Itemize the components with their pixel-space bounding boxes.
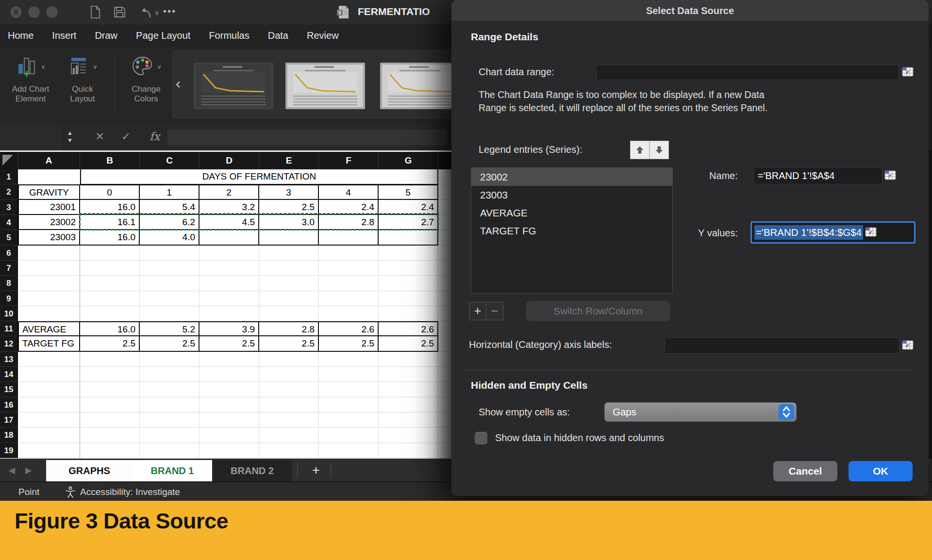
cell-G3[interactable]: 2.4 — [379, 200, 438, 215]
column-header-F[interactable]: F — [319, 152, 379, 169]
cell-C3[interactable]: 5.4 — [140, 200, 200, 215]
show-empty-cells-select[interactable]: Gaps — [604, 402, 797, 422]
undo-menu-chevron-icon[interactable]: ∨ — [154, 9, 159, 16]
row-header-5[interactable]: 5 — [0, 230, 18, 245]
cell-G14[interactable] — [379, 367, 438, 382]
cell-A3[interactable]: 23001 — [18, 200, 80, 215]
cell-D16[interactable] — [200, 397, 259, 412]
column-header-G[interactable]: G — [379, 152, 438, 169]
cell-E17[interactable] — [259, 412, 319, 428]
cell-B19[interactable] — [80, 443, 140, 458]
change-colors-button[interactable]: ∨ ChangeColors — [119, 51, 173, 104]
series-item-average[interactable]: AVERAGE — [471, 204, 672, 222]
cell-A2[interactable]: GRAVITY — [18, 184, 80, 199]
cell-A4[interactable]: 23002 — [18, 215, 80, 230]
ok-button[interactable]: OK — [849, 461, 913, 481]
cell-C7[interactable] — [140, 261, 200, 276]
cell-B10[interactable] — [80, 306, 140, 321]
chart-style-thumbnail[interactable] — [285, 63, 365, 109]
name-box[interactable] — [0, 124, 64, 150]
cell-G19[interactable] — [379, 443, 438, 458]
cell-A16[interactable] — [18, 397, 80, 412]
cell-B12[interactable]: 2.5 — [80, 336, 140, 351]
confirm-entry-icon[interactable]: ✓ — [121, 130, 131, 143]
cell-D13[interactable] — [200, 352, 259, 367]
cell-D5[interactable] — [200, 230, 259, 245]
cell-D9[interactable] — [200, 291, 259, 306]
merged-title-cell[interactable]: DAYS OF FERMENTATION — [80, 169, 438, 185]
cell-C10[interactable] — [140, 306, 200, 321]
cell-E3[interactable]: 2.5 — [259, 200, 319, 215]
row-header-9[interactable]: 9 — [0, 291, 18, 306]
cell-F3[interactable]: 2.4 — [319, 200, 379, 215]
row-header-1[interactable]: 1 — [0, 169, 18, 184]
sheet-prev-icon[interactable]: ◀ — [9, 465, 15, 476]
cell-E13[interactable] — [259, 352, 319, 367]
cell-A5[interactable]: 23003 — [18, 230, 80, 245]
save-icon[interactable] — [113, 5, 126, 19]
series-name-input[interactable] — [753, 167, 882, 184]
cell-B17[interactable] — [80, 412, 140, 428]
ribbon-tab-data[interactable]: Data — [268, 30, 288, 41]
cell-D7[interactable] — [200, 261, 259, 276]
cell-G11[interactable]: 2.6 — [379, 321, 438, 336]
cell-D8[interactable] — [200, 276, 259, 291]
cell-G15[interactable] — [379, 382, 438, 397]
cell-F12[interactable]: 2.5 — [319, 336, 379, 351]
cell-F15[interactable] — [319, 382, 379, 397]
cell-C2[interactable]: 1 — [140, 184, 200, 199]
cell-A13[interactable] — [18, 352, 80, 367]
cell-F14[interactable] — [319, 367, 379, 382]
cell-B7[interactable] — [80, 261, 140, 276]
cell-A17[interactable] — [18, 412, 80, 428]
cell-B8[interactable] — [80, 276, 140, 291]
series-item-23002[interactable]: 23002 — [471, 168, 672, 186]
cell-D18[interactable] — [200, 428, 259, 443]
cell-D2[interactable]: 2 — [200, 184, 259, 199]
cell-A18[interactable] — [18, 428, 80, 443]
row-header-8[interactable]: 8 — [0, 276, 18, 291]
cell-A14[interactable] — [18, 367, 80, 382]
cell-B6[interactable] — [80, 246, 140, 261]
cell-E18[interactable] — [259, 428, 319, 443]
zoom-window-button[interactable] — [46, 6, 58, 18]
cell-C12[interactable]: 2.5 — [140, 336, 200, 351]
move-series-up-button[interactable] — [630, 141, 649, 159]
ribbon-tab-home[interactable]: Home — [8, 30, 33, 41]
cell-F19[interactable] — [319, 443, 379, 458]
cell-D3[interactable]: 3.2 — [200, 200, 259, 215]
minimize-window-button[interactable] — [28, 6, 40, 18]
ribbon-tab-page-layout[interactable]: Page Layout — [136, 30, 190, 41]
sheet-tab-brand-1[interactable]: BRAND 1 — [133, 460, 212, 481]
cell-F4[interactable]: 2.8 — [319, 215, 379, 230]
cell-D12[interactable]: 2.5 — [200, 336, 259, 351]
cell-F18[interactable] — [319, 428, 379, 443]
cell-C4[interactable]: 6.2 — [140, 215, 200, 230]
cell-B18[interactable] — [80, 428, 140, 443]
cell-B14[interactable] — [80, 367, 140, 382]
cell-D19[interactable] — [200, 443, 259, 458]
cell-F17[interactable] — [319, 412, 379, 428]
add-sheet-button[interactable]: + — [302, 460, 330, 481]
cell-D15[interactable] — [200, 382, 259, 397]
cell-G4[interactable]: 2.7 — [379, 215, 438, 230]
row-header-6[interactable]: 6 — [0, 246, 18, 261]
cell-C18[interactable] — [140, 428, 200, 443]
move-series-down-button[interactable] — [649, 141, 669, 159]
cell-F6[interactable] — [319, 246, 379, 261]
column-header-D[interactable]: D — [200, 152, 259, 169]
row-header-4[interactable]: 4 — [0, 215, 18, 230]
quick-layout-button[interactable]: ∨ QuickLayout — [56, 51, 109, 104]
show-hidden-data-checkbox[interactable] — [475, 432, 487, 445]
cell-C8[interactable] — [140, 276, 200, 291]
series-item-23003[interactable]: 23003 — [471, 186, 672, 204]
cell-A12[interactable]: TARGET FG — [18, 336, 80, 351]
row-header-13[interactable]: 13 — [0, 352, 18, 367]
cell-G17[interactable] — [379, 412, 438, 428]
cell-F5[interactable] — [319, 230, 379, 245]
cell-F10[interactable] — [319, 306, 379, 321]
row-header-3[interactable]: 3 — [0, 200, 18, 215]
row-header-19[interactable]: 19 — [0, 443, 18, 458]
gallery-previous-icon[interactable]: ‹ — [176, 76, 181, 91]
cell-A9[interactable] — [18, 291, 80, 306]
